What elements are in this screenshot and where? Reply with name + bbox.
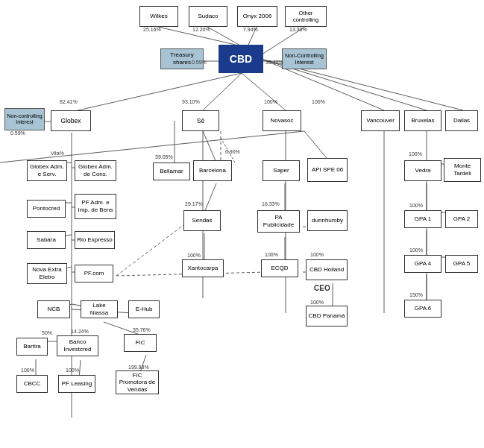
pct-sudaco: 12.20% [192, 27, 210, 32]
nova-extra-box: Nova Extra Eletro [27, 263, 67, 284]
treasury-shares-box: Treasury shares [160, 48, 204, 69]
vedra-box: Vedra [404, 160, 441, 181]
ecqd-box: ECQD [261, 259, 298, 277]
onyx-box: Onyx 2006 [237, 6, 277, 27]
pct-pf-leasing: 100% [66, 367, 79, 373]
lake-niassa-box: Lake Niassa [81, 300, 118, 318]
nova-extra-label: Nova Extra Eletro [29, 266, 65, 280]
vancouver-box: Vancouver [361, 110, 400, 131]
gpa4-box: GPA 4 [404, 255, 441, 273]
banco-investcred-box: Banco Investcred [57, 335, 98, 356]
cbd-label: CBD [230, 53, 252, 66]
pct-wilkes: 25.16% [143, 27, 161, 32]
pct-gpa6: 150% [409, 292, 423, 297]
svg-line-6 [72, 73, 242, 112]
pct-globex-adm-serv: Vila% [51, 151, 64, 156]
pct-gpa4: 100% [409, 247, 423, 253]
non-controlling-left-box: Non-controlling Interest [4, 108, 45, 130]
gpa1-label: GPA 1 [415, 215, 432, 223]
cbcc-label: CBCC [24, 380, 41, 388]
pf-adm-box: PF Adm. e Imp. de Bens [75, 194, 116, 219]
gpa5-label: GPA 5 [453, 260, 471, 268]
pf-leasing-box: PF Leasing [58, 375, 95, 393]
cbd-holland-label: CBD Holland [309, 266, 344, 274]
pf-com-box: PF.com [75, 265, 113, 283]
bruxelas-label: Bruxelas [411, 117, 434, 124]
globex-label: Globex [61, 117, 81, 124]
pct-novasoc: 100% [264, 99, 277, 104]
xantocarpa-box: Xantocarpa [182, 259, 224, 277]
pa-publicidade-box: PA Publicidade [257, 210, 300, 233]
svg-line-31 [116, 223, 186, 276]
pct-onyx: 7.94% [243, 27, 258, 32]
gpa2-box: GPA 2 [445, 210, 478, 228]
globex-adm-serv-box: Globex Adm. e Serv. [27, 160, 67, 181]
non-controlling-top-label: Non-Controlling Interest [284, 52, 324, 66]
fic-promotora-box: FIC Promotora de Vendas [116, 370, 159, 394]
ncb-label: NCB [48, 306, 60, 313]
cbd-panama-box: CBD Panamá [306, 306, 348, 326]
dunnhumby-box: dunnhumby [307, 210, 348, 231]
pct-vedra: 100% [409, 151, 422, 157]
gpa4-label: GPA 4 [415, 260, 432, 268]
fic-box: FIC [124, 334, 157, 352]
pct-cbd-panama: 100% [310, 300, 324, 305]
fic-promotora-label: FIC Promotora de Vendas [118, 372, 157, 394]
pct-bartira: 50% [42, 330, 52, 335]
svg-line-1 [207, 27, 242, 46]
api-spe-box: API SPE 06 [307, 158, 348, 182]
pct-cbd-holland: 100% [310, 252, 324, 257]
svg-line-36 [203, 131, 216, 163]
pontocred-label: Pontocred [33, 205, 60, 212]
wilkes-label: Wilkes [150, 13, 168, 20]
se-label: Sé [197, 117, 204, 124]
e-hub-box: E-Hub [128, 300, 160, 318]
pct-cbcc: 100% [21, 367, 34, 373]
cbd-holland-box: CBD Holland [306, 259, 348, 280]
bartira-label: Bartira [23, 343, 41, 350]
pf-com-label: PF.com [84, 270, 104, 277]
cbd-panama-label: CBD Panamá [309, 312, 345, 320]
other-controlling-label: Other controlling [287, 10, 324, 23]
sendas-box: Sendas [183, 210, 221, 231]
dallas-label: Dallas [453, 117, 470, 124]
globex-box: Globex [51, 110, 91, 131]
monte-tardeli-box: Monte Tardeli [444, 158, 481, 182]
barcelona-label: Barcelona [199, 167, 226, 174]
saper-label: Saper [273, 167, 289, 174]
ceo-label: CEO [314, 284, 330, 292]
cbd-box: CBD [219, 45, 263, 73]
ncb-box: NCB [37, 300, 70, 318]
vancouver-label: Vancouver [366, 117, 395, 124]
globex-adm-serv-label: Globex Adm. e Serv. [29, 163, 65, 177]
rio-expresso-label: Rio Expresso [77, 236, 113, 244]
pontocred-box: Pontocred [27, 200, 66, 218]
ecqd-label: ECQD [271, 265, 288, 272]
pct-xantocarpa: 100% [187, 253, 201, 258]
pf-adm-label: PF Adm. e Imp. de Bens [77, 199, 114, 213]
gpa6-box: GPA 6 [404, 300, 441, 318]
pct-globex: 82.41% [60, 99, 78, 104]
sabara-label: Sabara [37, 236, 56, 244]
bruxelas-box: Bruxelas [404, 110, 441, 131]
onyx-label: Onyx 2006 [243, 13, 272, 20]
sudaco-label: Sudaco [198, 13, 218, 20]
fic-label: FIC [136, 339, 145, 347]
svg-line-38 [204, 183, 216, 212]
pf-leasing-label: PF Leasing [62, 380, 92, 388]
pct-ecqd: 100% [265, 252, 278, 257]
sendas-label: Sendas [192, 217, 212, 224]
dallas-box: Dallas [445, 110, 478, 131]
xantocarpa-label: Xantocarpa [188, 265, 219, 272]
pct-other: 13.30% [289, 27, 307, 32]
sabara-box: Sabara [27, 231, 66, 249]
globex-adm-cons-label: Globex Adm. de Cons. [77, 163, 114, 177]
barcelona-box: Barcelona [193, 160, 232, 181]
pct-fic: 35.76% [133, 327, 151, 332]
novasoc-label: Novasoc [270, 117, 293, 124]
rio-expresso-box: Rio Expresso [75, 231, 115, 249]
globex-adm-cons-box: Globex Adm. de Cons. [75, 160, 116, 181]
non-controlling-left-label: Non-controlling Interest [7, 113, 43, 126]
api-spe-label: API SPE 06 [312, 166, 343, 174]
monte-tardeli-label: Monte Tardeli [446, 163, 479, 177]
